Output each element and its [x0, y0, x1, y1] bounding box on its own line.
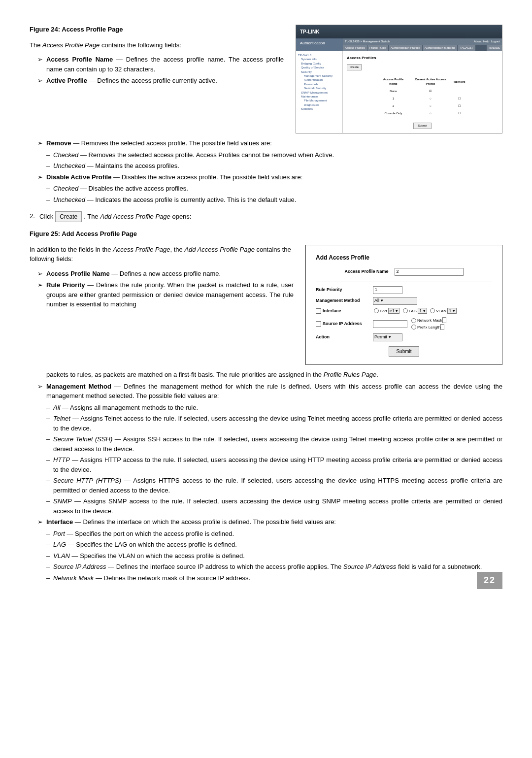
create-button[interactable]: Create	[347, 64, 362, 70]
name-input[interactable]: 2	[395, 268, 464, 276]
srcip-label: Source IP Address	[323, 321, 362, 326]
bullet-active: ➢ Active Profile — Defines the access pr…	[30, 76, 284, 86]
fig24-intro: The Access Profile Page contains the fol…	[30, 40, 284, 50]
table-row: 1○☐	[378, 96, 466, 102]
table-row: 2○☐	[378, 103, 466, 109]
nav-tree[interactable]: TP-Sat1.0 System Info Bridging Config Qu…	[296, 51, 343, 133]
fig25-intro: In addition to the fields in the Access …	[30, 245, 294, 264]
nmask-input[interactable]	[442, 317, 446, 323]
bullet-profile-name: ➢ Access Profile Name — Defines a new ac…	[30, 269, 294, 279]
nmask-radio[interactable]	[411, 318, 416, 323]
method-label: Management Method	[316, 297, 370, 304]
plen-radio[interactable]	[411, 325, 416, 330]
table-row: None☒	[378, 88, 466, 95]
priority-label: Rule Priority	[316, 287, 370, 294]
submit-button[interactable]: Submit	[413, 123, 432, 129]
bullet-disable: ➢ Disable Active Profile — Disables the …	[30, 172, 502, 182]
bullet-name: ➢ Access Profile Name — Defines the acce…	[30, 55, 284, 74]
method-select[interactable]: All ▾	[373, 297, 417, 305]
table-row: Console Only○☐	[378, 110, 466, 117]
continuation-text: packets to rules, as packets are matched…	[30, 370, 502, 380]
vlan-radio[interactable]	[430, 308, 435, 313]
fig25-heading: Figure 25: Add Access Profile Page	[30, 229, 502, 239]
priority-input[interactable]: 1	[373, 286, 402, 294]
vlan-select[interactable]: 1 ▾	[447, 308, 457, 314]
page-number: 22	[477, 572, 502, 589]
step-2: 2. ClickCreate. The Add Access Profile P…	[30, 211, 502, 222]
fig24-screenshot: TP-LINK Authentication TL-SL3428 > Manag…	[296, 25, 502, 133]
submit-button[interactable]: Submit	[389, 346, 419, 357]
action-label: Action	[316, 334, 370, 341]
create-inline-button[interactable]: Create	[55, 211, 82, 222]
srcip-checkbox[interactable]	[316, 321, 321, 327]
name-label: Access Profile Name	[344, 268, 388, 275]
iface-label: Interface	[323, 308, 341, 313]
profiles-table: Access Profile Name Current Active Acces…	[377, 75, 467, 118]
dialog-title: Add Access Profile	[316, 253, 492, 262]
tab-access-profiles[interactable]: Access Profiles	[343, 45, 367, 51]
port-select[interactable]: e1 ▾	[388, 308, 400, 314]
fig25-screenshot: Add Access Profile Access Profile Name 2…	[305, 245, 502, 365]
srcip-input[interactable]	[373, 320, 407, 328]
iface-checkbox[interactable]	[316, 308, 321, 314]
bullet-interface: ➢ Interface — Defines the interface on w…	[30, 517, 502, 527]
tab-auth-profiles[interactable]: Authentication Profiles	[389, 45, 422, 51]
bullet-rule-priority: ➢ Rule Priority — Defines the rule prior…	[30, 280, 294, 309]
fig24-heading: Figure 24: Access Profile Page	[30, 25, 284, 34]
lag-select[interactable]: 1 ▾	[418, 308, 427, 314]
sidebar-title: Authentication	[296, 38, 343, 51]
tab-tacacs[interactable]: TACACS+	[458, 45, 475, 51]
breadcrumb: TL-SL3428 > Management Switch About Help…	[343, 38, 502, 45]
tab-auth-mapping[interactable]: Authentication Mapping	[423, 45, 458, 51]
action-select[interactable]: Permit ▾	[373, 333, 402, 341]
plen-input[interactable]	[440, 324, 444, 330]
main-title: Access Profiles	[347, 55, 498, 61]
tab-profile-rules[interactable]: Profile Rules	[367, 45, 388, 51]
brand-logo: TP-LINK	[296, 25, 502, 38]
bullet-remove: ➢ Remove — Removes the selected access p…	[30, 138, 502, 148]
port-radio[interactable]	[374, 308, 379, 313]
tab-radius[interactable]: RADIUS	[487, 45, 502, 51]
bullet-mgmt-method: ➢ Management Method — Defines the manage…	[30, 382, 502, 401]
lag-radio[interactable]	[403, 308, 408, 313]
